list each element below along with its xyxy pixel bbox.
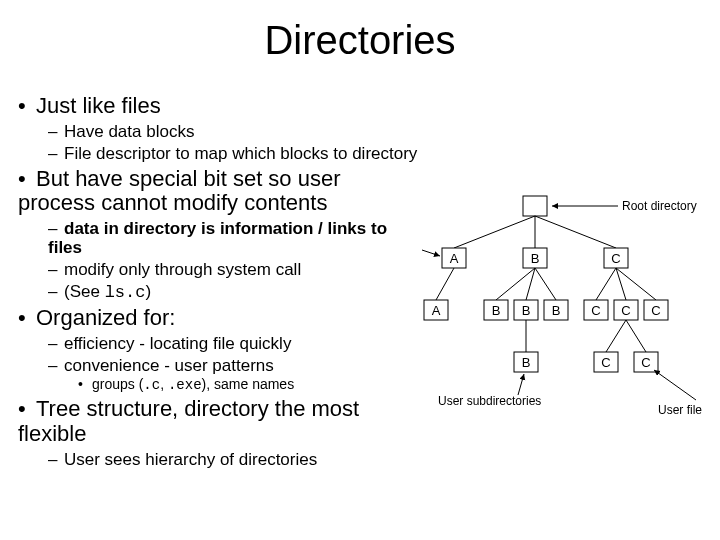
node-label: C — [621, 303, 630, 318]
slide: Directories •Just like files –Have data … — [0, 0, 720, 540]
node-label: B — [492, 303, 501, 318]
text: modify only through system call — [64, 260, 301, 279]
text: (See — [64, 282, 105, 301]
user-file-pointer — [654, 370, 696, 400]
text: Tree structure, directory the most flexi… — [18, 396, 359, 446]
bullet-l1: •Just like files — [18, 94, 418, 119]
text: User sees hierarchy of directories — [64, 450, 317, 469]
bullet-l2: –convenience - user patterns — [48, 356, 418, 375]
svg-line-3 — [436, 268, 454, 300]
bullet-l1: •Tree structure, directory the most flex… — [18, 397, 418, 446]
bullet-l2: –modify only through system call — [48, 260, 418, 279]
svg-line-19 — [626, 320, 646, 352]
root-node — [523, 196, 547, 216]
node-label: B — [522, 355, 531, 370]
code-text: .exe — [168, 377, 202, 393]
directory-tree-diagram: Root directory A B C User directory — [418, 190, 708, 460]
text: Organized for: — [36, 305, 175, 330]
text: Have data blocks — [64, 122, 194, 141]
bullet-l1: •Organized for: — [18, 306, 418, 331]
text: efficiency - locating file quickly — [64, 334, 291, 353]
bullet-l2: –efficiency - locating file quickly — [48, 334, 418, 353]
bullet-l2: –User sees hierarchy of directories — [48, 450, 418, 469]
user-file-label: User file — [658, 403, 702, 417]
user-subdir-label: User subdirectories — [438, 394, 541, 408]
text: data in directory is information / links… — [48, 219, 387, 257]
node-label: B — [522, 303, 531, 318]
node-label: B — [531, 251, 540, 266]
bullet-l1: •But have special bit set so user proces… — [18, 167, 418, 216]
svg-line-18 — [606, 320, 626, 352]
user-dir-pointer — [422, 250, 440, 256]
text: File descriptor to map which blocks to d… — [64, 144, 417, 163]
node-label: C — [591, 303, 600, 318]
svg-line-9 — [616, 268, 656, 300]
bullet-l2: –Have data blocks — [48, 122, 418, 141]
node-label: C — [651, 303, 660, 318]
svg-line-7 — [596, 268, 616, 300]
node-label: A — [450, 251, 459, 266]
text: Just like files — [36, 93, 161, 118]
node-label: C — [611, 251, 620, 266]
node-label: A — [432, 303, 441, 318]
text: ), same names — [202, 376, 295, 392]
slide-title: Directories — [0, 18, 720, 63]
root-label: Root directory — [622, 199, 697, 213]
text: ) — [145, 282, 151, 301]
bullet-l3: •groups (.c, .exe), same names — [78, 377, 418, 394]
svg-line-5 — [526, 268, 535, 300]
bullet-l2: –File descriptor to map which blocks to … — [48, 144, 418, 163]
bullet-l2: –(See ls.c) — [48, 282, 418, 302]
text: convenience - user patterns — [64, 356, 274, 375]
text: But have special bit set so user process… — [18, 166, 341, 216]
code-text: ls.c — [105, 283, 146, 302]
node-label: C — [641, 355, 650, 370]
code-text: .c — [143, 377, 160, 393]
slide-body: •Just like files –Have data blocks –File… — [18, 90, 418, 469]
text: , — [160, 376, 168, 392]
svg-line-0 — [454, 216, 535, 248]
node-label: C — [601, 355, 610, 370]
svg-line-2 — [535, 216, 616, 248]
svg-line-4 — [496, 268, 535, 300]
user-subdir-pointer — [518, 374, 524, 395]
node-label: B — [552, 303, 561, 318]
text: groups ( — [92, 376, 143, 392]
svg-line-8 — [616, 268, 626, 300]
bullet-l2: –data in directory is information / link… — [48, 219, 418, 257]
svg-line-6 — [535, 268, 556, 300]
